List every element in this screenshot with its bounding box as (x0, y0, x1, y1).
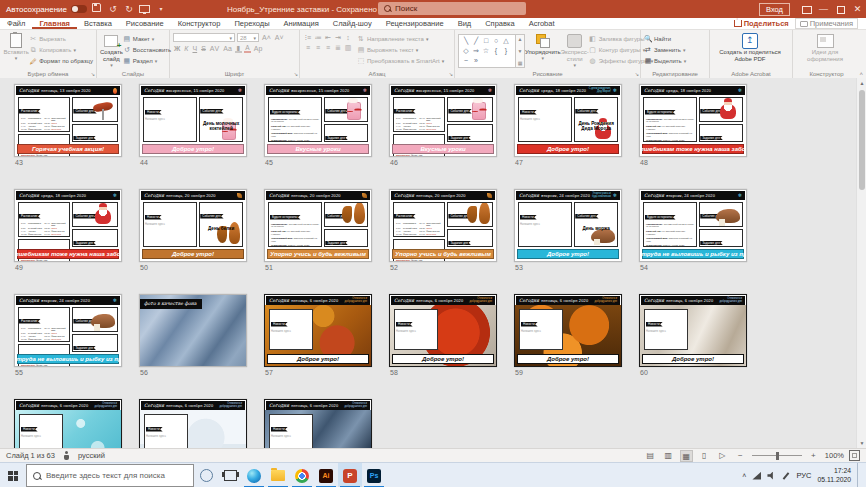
drawing-dialog-launcher[interactable]: ↘ (635, 71, 639, 77)
minimize-button[interactable]: — (815, 0, 832, 18)
vertical-scrollbar[interactable]: ▲ ▼ (856, 78, 866, 448)
clock[interactable]: 17:2405.11.2020 (817, 467, 851, 485)
fit-slide-to-window-icon[interactable] (849, 450, 860, 461)
tab-Файл[interactable]: Файл (0, 18, 32, 29)
tab-Вставка[interactable]: Вставка (77, 18, 119, 29)
clipboard-dialog-launcher[interactable]: ↘ (91, 71, 95, 77)
slide-thumbnail[interactable]: Сегодняпятница, 6 ноября 2020Отличного и… (264, 399, 372, 448)
shape-arrow-icon[interactable]: ⇒ (471, 46, 481, 56)
notes-button[interactable]: ▤ (644, 450, 657, 462)
tab-Рецензирование[interactable]: Рецензирование (379, 18, 451, 29)
character-spacing-button[interactable]: АV (209, 45, 220, 52)
highlight-color-button[interactable]: ▮ (235, 45, 242, 52)
cortana-button[interactable] (194, 463, 218, 487)
language-indicator[interactable]: русский (78, 451, 105, 460)
slide-thumbnail[interactable]: Сегоднявоскресенье, 15 ноября 2020❄Распи… (389, 84, 497, 157)
shape-triangle-icon[interactable]: △ (501, 36, 511, 46)
zoom-out-icon[interactable]: − (734, 450, 747, 462)
increase-font-icon[interactable]: А˄ (261, 34, 272, 41)
slideshow-view-button[interactable]: ▷ (716, 450, 729, 462)
slide-thumbnail[interactable]: Сегоднявторник, 24 ноября 2020❄Будьте ос… (639, 189, 747, 262)
replace-button[interactable]: ⇄Заменить▾ (644, 45, 686, 55)
redo-icon[interactable]: ↻ (123, 0, 135, 18)
share-button[interactable]: Поделиться (734, 19, 789, 28)
taskbar-illustrator[interactable]: Ai (314, 463, 338, 487)
paragraph-dialog-launcher[interactable]: ↘ (449, 71, 453, 77)
tab-Переходы[interactable]: Переходы (227, 18, 276, 29)
slide-sorter-view-button[interactable]: ▦ (680, 450, 693, 462)
network-icon[interactable] (752, 472, 761, 480)
shape-chevron-icon[interactable]: » (471, 56, 481, 66)
zoom-slider-thumb[interactable] (776, 452, 779, 460)
bold-button[interactable]: Ж (173, 45, 181, 52)
search-box[interactable]: Поиск (378, 2, 526, 15)
slide-thumbnail[interactable]: Сегодняпятница, 20 ноября 2020Будьте ост… (264, 189, 372, 262)
slide-thumbnail[interactable]: Сегодняпятница, 13 ноября 2020Расписание… (14, 84, 122, 157)
quick-styles-button[interactable]: Экспресс-стили▾ (561, 32, 589, 69)
decrease-font-icon[interactable]: А˅ (274, 34, 285, 41)
slide-thumbnail[interactable]: Сегодняпятница, 6 ноября 2020Отличного и… (139, 399, 247, 448)
shapes-gallery[interactable]: ╲╱□○△◇⇒☆{}~» (458, 34, 516, 68)
slide-thumbnail[interactable]: Сегодняпятница, 20 ноября 2020НовостиНап… (139, 189, 247, 262)
shape-diamond-icon[interactable]: ◇ (461, 46, 471, 56)
slide-thumbnail[interactable]: Сегоднясреда, 18 ноября 2020❄Расписание8… (14, 189, 122, 262)
input-language[interactable]: РУС (796, 471, 811, 480)
slide-thumbnail[interactable]: Сегодняпятница, 6 ноября 2020Отличного и… (389, 294, 497, 367)
create-pdf-button[interactable]: Создать и поделиться Adobe PDF (713, 32, 787, 63)
layout-button[interactable]: ▤Макет▾ (123, 34, 171, 44)
select-button[interactable]: ▦Выделить▾ (644, 56, 686, 66)
accessibility-icon[interactable] (63, 451, 70, 460)
start-button[interactable] (0, 463, 26, 487)
slide-thumbnail[interactable]: Сегодняпятница, 20 ноября 2020Расписание… (389, 189, 497, 262)
taskbar-photoshop[interactable]: Ps (362, 463, 386, 487)
font-size-select[interactable]: 28▾ (237, 33, 259, 42)
maximize-button[interactable] (832, 0, 849, 18)
slide-thumbnail[interactable]: Сегоднявоскресенье, 15 ноября 2020❄Новос… (139, 84, 247, 157)
taskbar-chrome[interactable] (290, 463, 314, 487)
slide-thumbnail[interactable]: Сегодняпятница, 6 ноября 2020Отличного и… (14, 399, 122, 448)
zoom-in-icon[interactable]: + (807, 450, 820, 462)
new-slide-button[interactable]: Создать слайд▾ (100, 32, 123, 69)
tray-expand-icon[interactable]: ˄ (742, 472, 746, 479)
show-desktop-button[interactable] (857, 463, 862, 487)
taskbar-file-explorer[interactable] (266, 463, 290, 487)
smartart-button[interactable]: ⬚Преобразовать в SmartArt▾ (357, 56, 444, 66)
comments-button[interactable]: Примечания (795, 18, 858, 29)
strikethrough-button[interactable]: S (200, 45, 207, 52)
slide-thumbnail[interactable]: Сегоднясреда, 18 ноября 2020❄Будьте осто… (639, 84, 747, 157)
arrange-button[interactable]: Упорядочить▾ (525, 32, 561, 62)
shape-oval-icon[interactable]: ○ (491, 36, 501, 46)
font-dialog-launcher[interactable]: ↘ (294, 71, 298, 77)
tab-Вид[interactable]: Вид (451, 18, 479, 29)
task-view-button[interactable] (218, 463, 242, 487)
slide-thumbnail[interactable]: Сегоднявторник, 24 ноября 2020❄Расписани… (14, 294, 122, 367)
shape-bracket-icon[interactable]: } (501, 46, 511, 56)
find-button[interactable]: 🔍Найти (644, 34, 686, 44)
slide-thumbnail[interactable]: фото в качестве фона (139, 294, 247, 367)
collapse-ribbon-icon[interactable]: ˄ (859, 71, 863, 77)
justify-icon[interactable]: ≣ (333, 44, 343, 52)
numbering-icon[interactable]: ≔ (313, 34, 323, 42)
autosave-toggle[interactable] (71, 5, 87, 13)
align-text-button[interactable]: ▤Выровнять текст▾ (357, 45, 444, 55)
design-ideas-button[interactable]: Идеи для оформления (796, 32, 854, 63)
shape-diagonal-icon[interactable]: ╱ (471, 36, 481, 46)
align-left-icon[interactable]: ≡ (303, 44, 313, 52)
ribbon-display-options-button[interactable] (798, 0, 815, 18)
increase-indent-icon[interactable]: ⇥ (333, 34, 343, 42)
slide-thumbnail[interactable]: Сегоднясреда, 18 ноября 2020С днем рожде… (514, 84, 622, 157)
scroll-down-icon[interactable]: ▼ (857, 438, 866, 448)
pen-icon[interactable] (782, 472, 790, 480)
underline-button[interactable]: Ч (191, 45, 198, 52)
quick-access-toolbar-caret-icon[interactable]: ▾ (155, 0, 167, 18)
align-right-icon[interactable]: ≡ (323, 44, 333, 52)
font-color-button[interactable]: А (244, 45, 251, 52)
scroll-up-icon[interactable]: ▲ (857, 78, 866, 88)
columns-icon[interactable]: ▥ (343, 44, 353, 52)
shape-brace-icon[interactable]: { (491, 46, 501, 56)
tab-Acrobat[interactable]: Acrobat (522, 18, 562, 29)
tab-Справка[interactable]: Справка (478, 18, 521, 29)
shape-rectangle-icon[interactable]: □ (481, 36, 491, 46)
align-center-icon[interactable]: ≡ (313, 44, 323, 52)
shape-star-icon[interactable]: ☆ (481, 46, 491, 56)
